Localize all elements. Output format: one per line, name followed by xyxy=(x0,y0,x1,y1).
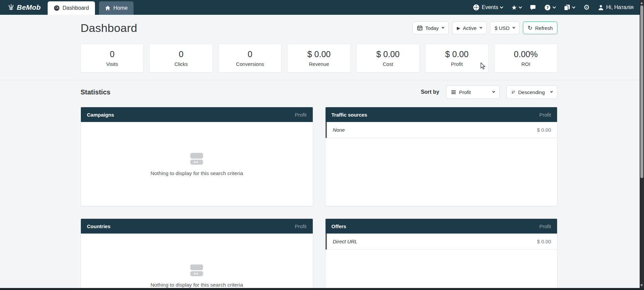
sort-by-label: Sort by xyxy=(421,89,439,95)
panel-title: Offers xyxy=(332,223,346,229)
refresh-button[interactable]: ↻ Refresh xyxy=(523,22,557,34)
chat-button[interactable] xyxy=(530,4,536,10)
tab-dashboard[interactable]: Dashboard xyxy=(48,1,95,15)
events-label: Events xyxy=(482,4,498,10)
statistics-heading: Statistics xyxy=(81,88,110,96)
scroll-down-arrow-icon[interactable] xyxy=(640,284,643,287)
chevron-down-icon xyxy=(519,5,522,8)
chevron-down-icon xyxy=(572,5,576,8)
panel-metric-label: Profit xyxy=(539,223,551,229)
panel-campaigns: Campaigns Profit Nothing to display for … xyxy=(81,107,313,206)
currency-label: $ USD xyxy=(495,25,509,31)
header-actions: Today ▶ Active $ USD ↻ Refresh xyxy=(412,22,557,34)
panel-rows: Direct URL $ 0.00 xyxy=(326,234,557,290)
panel-metric-label: Profit xyxy=(295,112,306,118)
chevron-down-icon xyxy=(480,26,482,29)
events-menu[interactable]: Events xyxy=(473,4,503,11)
chevron-down-icon xyxy=(500,5,503,8)
home-icon xyxy=(105,5,110,11)
bemob-logo-icon xyxy=(7,4,15,11)
dashboard-gauge-icon xyxy=(54,5,60,11)
pages-menu[interactable] xyxy=(564,4,575,11)
chevron-down-icon xyxy=(512,26,515,29)
panel-title: Campaigns xyxy=(87,112,114,118)
tab-strip: Dashboard Home xyxy=(48,0,134,15)
page-title: Dashboard xyxy=(81,22,137,35)
stat-value: 0 xyxy=(110,49,114,59)
tab-home[interactable]: Home xyxy=(99,1,134,15)
user-menu[interactable]: Hi, Наталія xyxy=(598,4,634,10)
panel-header: Campaigns Profit xyxy=(81,107,313,122)
help-menu[interactable]: ? xyxy=(544,4,555,11)
calendar-icon xyxy=(417,25,423,31)
date-range-button[interactable]: Today xyxy=(412,22,449,34)
scrollbar[interactable] xyxy=(640,0,644,290)
status-filter-button[interactable]: ▶ Active xyxy=(452,22,487,34)
panel-empty-state: Nothing to display for this search crite… xyxy=(81,234,313,290)
panel-header: Offers Profit xyxy=(326,219,557,234)
empty-state-text: Nothing to display for this search crite… xyxy=(150,282,243,288)
stat-value: 0 xyxy=(179,49,184,59)
play-icon: ▶ xyxy=(457,26,460,30)
refresh-icon: ↻ xyxy=(528,25,532,31)
chevron-down-icon xyxy=(553,5,556,8)
panel-countries: Countries Profit Nothing to display for … xyxy=(81,218,313,290)
stat-value: 0.00% xyxy=(514,49,538,59)
stat-card-clicks: 0 Clicks xyxy=(149,44,212,73)
page-header: Dashboard Today ▶ xyxy=(81,20,557,36)
panel-header: Countries Profit xyxy=(81,219,313,234)
statistics-toolbar: Statistics Sort by Profit xyxy=(81,85,557,99)
stat-label: Profit xyxy=(451,61,463,67)
table-row: None $ 0.00 xyxy=(326,122,557,138)
scroll-up-arrow-icon[interactable] xyxy=(640,2,643,4)
stat-label: Visits xyxy=(106,61,118,67)
table-row: Direct URL $ 0.00 xyxy=(326,234,557,250)
stat-card-conversions: 0 Conversions xyxy=(218,44,282,73)
statistics-panels: Campaigns Profit Nothing to display for … xyxy=(81,107,557,290)
panel-offers: Offers Profit Direct URL $ 0.00 xyxy=(325,218,558,290)
sort-controls: Sort by Profit xyxy=(421,85,557,99)
row-value: $ 0.00 xyxy=(537,239,551,244)
panel-title: Traffic sources xyxy=(332,112,367,118)
server-stack-icon xyxy=(189,264,204,277)
events-icon xyxy=(473,4,480,11)
favorites-menu[interactable]: ★ xyxy=(511,4,522,11)
panel-empty-state: Nothing to display for this search crite… xyxy=(81,122,313,206)
panel-metric-label: Profit xyxy=(539,112,551,118)
scrollbar-thumb[interactable] xyxy=(640,5,643,178)
chevron-down-icon xyxy=(550,90,553,93)
stat-label: ROI xyxy=(521,61,530,67)
date-range-label: Today xyxy=(425,25,439,31)
tab-home-label: Home xyxy=(113,5,128,11)
settings-button[interactable]: ⚙ xyxy=(583,4,590,11)
stat-cards: 0 Visits 0 Clicks 0 Conversions $ 0.00 R… xyxy=(81,44,557,73)
sort-direction-value: Descending xyxy=(518,89,545,95)
panel-rows: None $ 0.00 xyxy=(326,122,557,206)
stat-value: $ 0.00 xyxy=(376,49,400,59)
sort-direction-select[interactable]: Descending xyxy=(506,85,557,99)
list-icon xyxy=(451,90,456,94)
panel-traffic-sources: Traffic sources Profit None $ 0.00 xyxy=(325,107,558,206)
settings-gear-icon: ⚙ xyxy=(583,4,590,11)
empty-state-text: Nothing to display for this search crite… xyxy=(150,170,243,176)
star-icon: ★ xyxy=(511,4,517,11)
pages-icon xyxy=(564,4,570,11)
window-bottom-edge xyxy=(0,288,644,290)
panel-metric-label: Profit xyxy=(295,223,306,229)
row-name: Direct URL xyxy=(333,239,357,244)
stat-value: $ 0.00 xyxy=(307,49,331,59)
svg-text:?: ? xyxy=(546,5,549,10)
status-filter-label: Active xyxy=(463,25,477,31)
currency-button[interactable]: $ USD xyxy=(490,22,519,34)
row-value: $ 0.00 xyxy=(537,127,551,133)
bemob-logo[interactable]: BeMob xyxy=(0,0,48,15)
stat-card-roi: 0.00% ROI xyxy=(494,44,557,73)
stat-value: $ 0.00 xyxy=(445,49,469,59)
sort-field-select[interactable]: Profit xyxy=(446,85,500,99)
user-greeting: Hi, Наталія xyxy=(606,4,634,10)
bemob-logo-text: BeMob xyxy=(17,3,41,11)
stat-label: Cost xyxy=(383,61,393,67)
server-stack-icon xyxy=(189,152,204,166)
chat-icon xyxy=(530,4,536,10)
row-name: None xyxy=(333,127,345,133)
